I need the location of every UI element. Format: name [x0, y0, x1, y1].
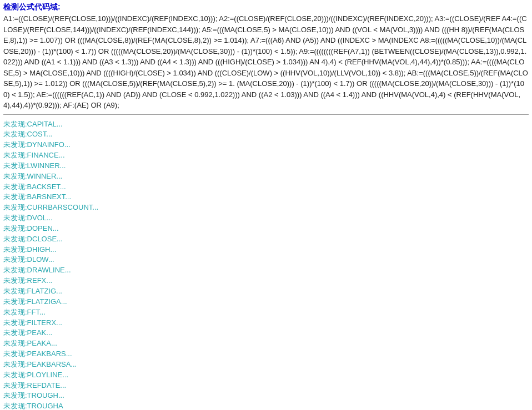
notfound-item: 未发现:LWINNER...	[3, 161, 529, 171]
notfound-item: 未发现:DHIGH...	[3, 245, 529, 255]
notfound-item: 未发现:PEAKBARS...	[3, 349, 529, 360]
notfound-item: 未发现:CAPITAL...	[3, 119, 529, 130]
section-title: 检测公式代码域:	[3, 2, 529, 12]
notfound-item: 未发现:FLATZIG...	[3, 286, 529, 297]
section-divider	[3, 114, 529, 115]
notfound-item: 未发现:DCLOSE...	[3, 234, 529, 245]
notfound-item: 未发现:CURRBARSCOUNT...	[3, 203, 529, 213]
notfound-item: 未发现:PEAKBARSA...	[3, 360, 529, 370]
notfound-list: 未发现:CAPITAL...未发现:COST...未发现:DYNAINFO...…	[3, 119, 529, 411]
notfound-item: 未发现:TROUGHA	[3, 401, 529, 410]
notfound-item: 未发现:WINNER...	[3, 171, 529, 182]
notfound-item: 未发现:PEAK...	[3, 328, 529, 338]
notfound-item: 未发现:DVOL...	[3, 213, 529, 224]
formula-code-block: A1:=((CLOSE)/(REF(CLOSE,10)))/((INDEXC)/…	[3, 13, 529, 111]
notfound-item: 未发现:COST...	[3, 129, 529, 140]
notfound-item: 未发现:PEAKA...	[3, 338, 529, 349]
notfound-item: 未发现:BARSNEXT...	[3, 192, 529, 203]
notfound-item: 未发现:DLOW...	[3, 255, 529, 265]
notfound-item: 未发现:FILTERX...	[3, 318, 529, 328]
notfound-item: 未发现:DYNAINFO...	[3, 140, 529, 150]
notfound-item: 未发现:DRAWLINE...	[3, 265, 529, 276]
notfound-item: 未发现:PLOYLINE...	[3, 370, 529, 381]
notfound-item: 未发现:FFT...	[3, 307, 529, 318]
notfound-item: 未发现:DOPEN...	[3, 224, 529, 234]
notfound-item: 未发现:FINANCE...	[3, 150, 529, 161]
notfound-item: 未发现:BACKSET...	[3, 182, 529, 193]
notfound-item: 未发现:TROUGH...	[3, 391, 529, 401]
notfound-item: 未发现:FLATZIGA...	[3, 297, 529, 307]
notfound-item: 未发现:REFX...	[3, 276, 529, 286]
notfound-item: 未发现:REFDATE...	[3, 381, 529, 391]
